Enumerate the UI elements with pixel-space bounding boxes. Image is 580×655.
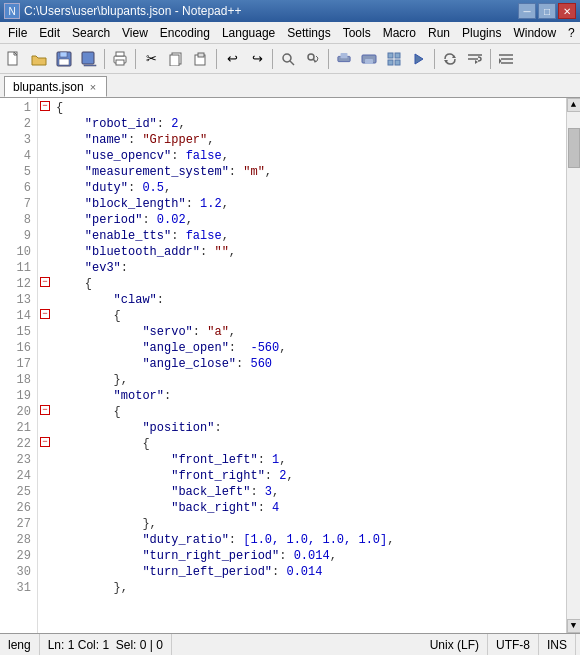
code-line: "turn_left_period": 0.014 <box>56 564 562 580</box>
indent-button[interactable] <box>494 47 518 71</box>
svg-rect-12 <box>170 55 179 66</box>
code-line: "measurement_system": "m", <box>56 164 562 180</box>
line-number: 18 <box>4 372 31 388</box>
line-number: 2 <box>4 116 31 132</box>
redo-button[interactable]: ↪ <box>245 47 269 71</box>
line-number: 11 <box>4 260 31 276</box>
line-number: 23 <box>4 452 31 468</box>
minimize-button[interactable]: ─ <box>518 3 536 19</box>
status-encoding: UTF-8 <box>488 634 539 655</box>
code-line: "duty": 0.5, <box>56 180 562 196</box>
svg-rect-5 <box>59 59 69 65</box>
svg-rect-10 <box>116 60 124 65</box>
title-bar: N C:\Users\user\blupants.json - Notepad+… <box>0 0 580 22</box>
fold-marker[interactable]: − <box>40 101 50 111</box>
wrap-button[interactable] <box>463 47 487 71</box>
menu-run[interactable]: Run <box>422 22 456 43</box>
toolbar-sep-6 <box>434 49 435 69</box>
menu-tools[interactable]: Tools <box>337 22 377 43</box>
line-number: 20 <box>4 404 31 420</box>
line-number: 1 <box>4 100 31 116</box>
code-line: { <box>56 276 562 292</box>
maximize-button[interactable]: □ <box>538 3 556 19</box>
sync-button[interactable] <box>438 47 462 71</box>
replace-button[interactable] <box>301 47 325 71</box>
svg-rect-6 <box>82 52 94 64</box>
svg-rect-21 <box>341 52 348 57</box>
code-line: "ev3": <box>56 260 562 276</box>
svg-rect-24 <box>388 53 393 58</box>
save-all-button[interactable] <box>77 47 101 71</box>
menu-file[interactable]: File <box>2 22 33 43</box>
menu-view[interactable]: View <box>116 22 154 43</box>
toolbar-sep-3 <box>216 49 217 69</box>
toolbar: ✂ ↩ ↪ <box>0 44 580 74</box>
code-line: "name": "Gripper", <box>56 132 562 148</box>
line-number: 10 <box>4 244 31 260</box>
line-number: 15 <box>4 324 31 340</box>
scrollbar-up[interactable]: ▲ <box>567 98 581 112</box>
find-button[interactable] <box>276 47 300 71</box>
status-eol: Unix (LF) <box>422 634 488 655</box>
fold-column: −−−−− <box>38 98 52 633</box>
menu-encoding[interactable]: Encoding <box>154 22 216 43</box>
scrollbar-thumb[interactable] <box>568 128 580 168</box>
svg-marker-33 <box>475 60 478 64</box>
zoom-in-button[interactable] <box>332 47 356 71</box>
code-line: { <box>56 100 562 116</box>
fold-marker[interactable]: − <box>40 437 50 447</box>
close-button[interactable]: ✕ <box>558 3 576 19</box>
window-controls[interactable]: ─ □ ✕ <box>518 3 576 19</box>
toolbar-sep-2 <box>135 49 136 69</box>
code-line: "block_length": 1.2, <box>56 196 562 212</box>
menu-language[interactable]: Language <box>216 22 281 43</box>
code-line: "servo": "a", <box>56 324 562 340</box>
file-tab[interactable]: blupants.json × <box>4 76 107 97</box>
scrollbar[interactable]: ▲ ▼ <box>566 98 580 633</box>
new-button[interactable] <box>2 47 26 71</box>
macro-button[interactable] <box>382 47 406 71</box>
menu-macro[interactable]: Macro <box>377 22 422 43</box>
print-button[interactable] <box>108 47 132 71</box>
line-number: 3 <box>4 132 31 148</box>
menu-settings[interactable]: Settings <box>281 22 336 43</box>
cut-button[interactable]: ✂ <box>139 47 163 71</box>
line-number: 9 <box>4 228 31 244</box>
menu-window[interactable]: Window <box>507 22 562 43</box>
menu-plugins[interactable]: Plugins <box>456 22 507 43</box>
open-button[interactable] <box>27 47 51 71</box>
svg-rect-9 <box>116 52 124 56</box>
app-icon: N <box>4 3 20 19</box>
svg-rect-4 <box>60 52 67 57</box>
line-number: 27 <box>4 516 31 532</box>
undo-button[interactable]: ↩ <box>220 47 244 71</box>
zoom-out-button[interactable] <box>357 47 381 71</box>
code-line: "front_right": 2, <box>56 468 562 484</box>
tab-close-button[interactable]: × <box>88 81 98 93</box>
svg-point-15 <box>283 54 291 62</box>
svg-rect-26 <box>388 60 393 65</box>
run-macro-button[interactable] <box>407 47 431 71</box>
code-line: "position": <box>56 420 562 436</box>
save-button[interactable] <box>52 47 76 71</box>
paste-button[interactable] <box>189 47 213 71</box>
code-line: "robot_id": 2, <box>56 116 562 132</box>
menu-search[interactable]: Search <box>66 22 116 43</box>
menu-help[interactable]: ? <box>562 22 580 43</box>
fold-marker[interactable]: − <box>40 405 50 415</box>
line-number: 28 <box>4 532 31 548</box>
menu-edit[interactable]: Edit <box>33 22 66 43</box>
code-line: "enable_tts": false, <box>56 228 562 244</box>
code-line: "bluetooth_addr": "", <box>56 244 562 260</box>
fold-marker[interactable]: − <box>40 309 50 319</box>
scrollbar-down[interactable]: ▼ <box>567 619 581 633</box>
code-line: "angle_open": -560, <box>56 340 562 356</box>
toolbar-sep-5 <box>328 49 329 69</box>
code-area[interactable]: { "robot_id": 2, "name": "Gripper", "use… <box>52 98 566 633</box>
svg-rect-23 <box>365 59 373 64</box>
line-number: 8 <box>4 212 31 228</box>
svg-marker-28 <box>415 54 423 64</box>
line-number: 7 <box>4 196 31 212</box>
copy-button[interactable] <box>164 47 188 71</box>
fold-marker[interactable]: − <box>40 277 50 287</box>
